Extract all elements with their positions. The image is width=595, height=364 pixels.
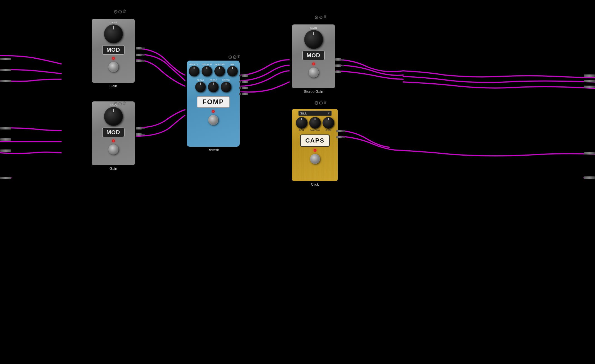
caps-click-label: Click [311,182,319,186]
stereo-gain-toolbar: ⚙ 🗑 [314,14,330,21]
reverb-knob-mix-label: MIX [230,63,234,65]
reverb-knob-xover-label: XOVER [222,79,230,81]
gain-top-knob-label: GAIN [110,21,117,24]
cable-jack-stereo-r3 [335,71,344,73]
jack-left-6 [0,149,11,152]
cable-jack-gain-bot-r1 [136,127,145,129]
jack-left-5 [0,138,11,141]
caps-click-led [314,149,316,152]
reverb-knob-decay-m[interactable] [202,66,212,76]
caps-click-knob-bpm[interactable] [296,117,308,129]
reverb-toolbar: ⚙ 🗑 [228,54,244,61]
jack-left-1 [0,58,11,60]
reverb-knob-freq2-label: FREQ2 [210,79,217,81]
caps-click-toolbar: ⚙ 🗑 [314,100,330,107]
jack-left-3 [0,80,11,82]
reverb-pedal: DECAY L DECAY M DAMPING MIX FREQ1 [187,61,240,152]
gain-bottom-led [112,139,115,142]
gain-bottom-pedal: GAIN MOD Gain [92,101,135,171]
cable-jack-reverb-r2 [239,81,248,83]
jack-left-bottom [0,177,11,179]
jack-right-3 [584,86,595,88]
reverb-knob-freq2[interactable] [208,82,219,92]
jack-right-4 [584,152,595,154]
stereo-gain-footswitch[interactable] [309,68,319,78]
stereo-gain-led [312,63,315,65]
jack-left-2 [0,69,11,71]
reverb-knob-decay-l[interactable] [189,66,199,76]
stick-dropdown[interactable]: Stick ▾ [298,111,332,116]
caps-click-badge: CAPS [300,134,330,147]
caps-click-knob-level-label: LEVEL [325,129,332,131]
gain-top-toolbar: ⚙ 🗑 [113,9,129,16]
caps-click-gear-icon[interactable]: ⚙ [314,100,321,107]
stereo-gain-knob[interactable] [304,30,323,49]
gain-bottom-gear-icon[interactable]: ⚙ [113,101,120,108]
stereo-gain-gear-icon[interactable]: ⚙ [314,14,321,21]
cable-jack-gain-top-r1 [136,47,145,49]
cable-jack-reverb-r3 [239,87,248,89]
gain-bottom-footswitch[interactable] [108,144,118,154]
gain-top-label: Gain [110,84,117,88]
stick-dropdown-chevron: ▾ [328,111,330,115]
reverb-label: Reverb [207,148,219,152]
stick-dropdown-label: Stick [300,112,307,115]
cable-jack-reverb-r1 [239,74,248,77]
cable-jack-gain-top-r3 [136,60,145,62]
gain-top-pedal: GAIN MOD Gain [92,19,135,88]
cable-jack-stereo-r2 [335,64,344,67]
gain-top-trash-icon[interactable]: 🗑 [122,9,129,16]
caps-click-knob-level[interactable] [323,117,334,129]
jack-right-2 [584,80,595,82]
reverb-knob-freq1[interactable] [195,82,206,92]
cable-jack-reverb-r4 [239,93,248,95]
gain-top-knob[interactable] [104,24,123,43]
reverb-badge: FOMP [197,96,229,108]
gain-bottom-trash-icon[interactable]: 🗑 [122,101,129,108]
reverb-knob-damping[interactable] [214,66,225,76]
reverb-led [212,110,215,113]
cable-jack-caps-r1 [336,130,345,132]
gain-top-badge: MOD [102,45,125,55]
reverb-knob-mix[interactable] [227,66,238,76]
gain-top-gear-icon[interactable]: ⚙ [113,9,120,16]
stereo-gain-knob-label: GAIN [310,27,317,29]
caps-click-knob-bpm-label: BPM [299,129,304,131]
cable-jack-stereo-r1 [335,58,344,61]
caps-click-footswitch[interactable] [310,154,320,164]
gain-bottom-badge: MOD [102,128,125,137]
stereo-gain-trash-icon[interactable]: 🗑 [323,14,330,21]
stereo-gain-label: Stereo Gain [304,89,323,94]
caps-click-knob-damping[interactable] [309,117,321,129]
reverb-knob-freq1-label: FREQ1 [197,79,204,81]
reverb-knob-decay-m-label: DECAY M [202,63,212,65]
stereo-gain-badge: MOD [302,51,325,60]
reverb-gear-icon[interactable]: ⚙ [228,54,235,61]
gain-bottom-toolbar: ⚙ 🗑 [113,101,129,108]
reverb-trash-icon[interactable]: 🗑 [237,54,244,61]
reverb-knob-xover[interactable] [221,82,231,92]
reverb-knob-damping-label: DAMPING [215,63,225,65]
gain-top-footswitch[interactable] [108,62,118,72]
reverb-footswitch[interactable] [208,115,218,125]
jack-right-1 [584,74,595,77]
caps-click-trash-icon[interactable]: 🗑 [323,100,330,107]
jack-right-bottom [584,176,595,179]
cable-jack-gain-top-r2 [136,54,145,56]
reverb-knob-decay-l-label: DECAY L [189,63,199,65]
gain-top-led [112,57,115,60]
gain-bottom-knob[interactable] [104,107,123,126]
cable-jack-gain-bot-r2 [136,133,145,136]
stereo-gain-pedal: GAIN MOD Stereo Gain [292,24,335,94]
cable-jack-caps-r2 [336,136,345,138]
caps-click-pedal: Stick ▾ BPM DAMPING LEVEL CAPS Click [292,109,338,186]
jack-left-4 [0,127,11,129]
caps-click-knob-damping-label: DAMPING [310,129,320,131]
gain-bottom-label: Gain [110,166,117,171]
